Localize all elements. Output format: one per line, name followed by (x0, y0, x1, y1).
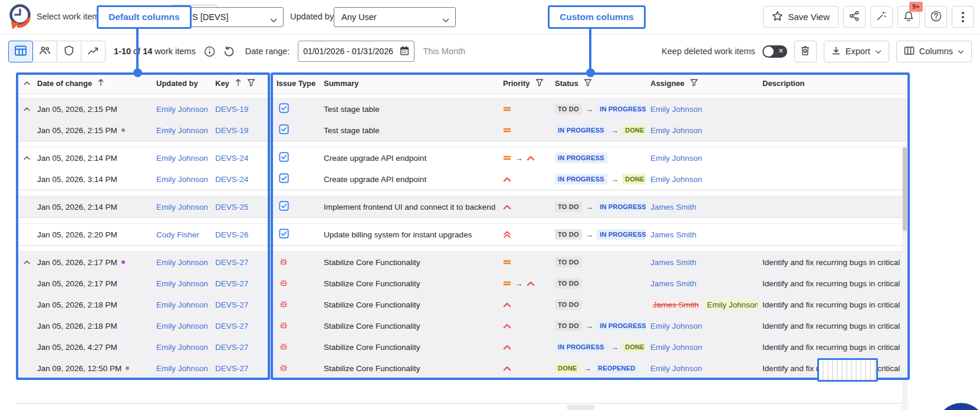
table-view-button[interactable] (8, 41, 33, 62)
columns-icon (904, 46, 915, 57)
collapse-group-icon[interactable] (22, 105, 31, 114)
work-item-key-link[interactable]: DEVS-27 (215, 258, 248, 267)
columns-button[interactable]: Columns (896, 41, 972, 62)
column-header-status: Status (555, 79, 578, 88)
work-item-key-link[interactable]: DEVS-24 (215, 154, 248, 163)
work-item-key-link[interactable]: DEVS-25 (215, 203, 248, 211)
filter-funnel-icon[interactable] (535, 78, 544, 88)
keep-deleted-toggle[interactable]: ✕ (762, 45, 787, 58)
table-row[interactable]: Jan 05, 2026, 2:17 PMEmily JohnsonDEVS-2… (16, 252, 910, 273)
work-item-key-link[interactable]: DEVS-27 (215, 300, 248, 309)
status-badge: TO DO (555, 257, 582, 267)
sort-ascending-icon[interactable] (97, 78, 104, 88)
collapse-group-icon[interactable] (22, 258, 31, 267)
work-item-key-link[interactable]: DEVS-19 (215, 105, 248, 114)
assignee-link[interactable]: Emily Johnson (650, 343, 702, 352)
work-item-key-link[interactable]: DEVS-26 (215, 230, 248, 239)
export-button[interactable]: Export (824, 41, 889, 62)
status-badge: DONE (622, 125, 646, 135)
assignee-link[interactable]: Emily Johnson (650, 322, 702, 330)
collapse-all-icon[interactable] (22, 79, 31, 88)
updated-by-link[interactable]: Emily Johnson (156, 279, 208, 288)
trash-button[interactable] (794, 41, 817, 62)
trend-view-button[interactable] (81, 41, 106, 62)
save-view-button[interactable]: Save View (763, 6, 838, 28)
assignee-link[interactable]: James Smith (650, 300, 701, 310)
more-menu-button[interactable] (952, 6, 974, 28)
status-badge: TO DO (555, 201, 582, 212)
filter-funnel-icon[interactable] (584, 78, 592, 88)
assignee-link[interactable]: James Smith (650, 258, 696, 267)
shield-view-button[interactable] (57, 41, 81, 62)
history-reset-icon[interactable] (223, 46, 235, 57)
assignee-link[interactable]: Emily Johnson (650, 175, 702, 184)
people-view-button[interactable] (32, 41, 57, 62)
trend-view-icon (87, 46, 99, 57)
updated-by-link[interactable]: Emily Johnson (156, 364, 208, 373)
updated-by-link[interactable]: Emily Johnson (156, 105, 208, 114)
status-badge: REOPENED (595, 363, 638, 373)
table-row[interactable]: Jan 05, 2026, 2:20 PMCody FisherDEVS-26U… (16, 224, 910, 245)
updated-by-link[interactable]: Emily Johnson (156, 126, 208, 135)
date-of-change: Jan 05, 2026, 2:15 PM (37, 105, 156, 114)
status-badge: IN PROGRESS (555, 174, 607, 184)
star-icon (772, 11, 783, 24)
people-view-icon (39, 46, 51, 57)
table-row[interactable]: Jan 05, 2026, 2:15 PMEmily JohnsonDEVS-1… (16, 120, 910, 141)
assignee-link[interactable]: Emily Johnson (705, 300, 758, 310)
collapse-group-icon[interactable] (22, 154, 31, 163)
work-item-key-link[interactable]: DEVS-24 (215, 175, 248, 184)
updated-by-link[interactable]: Emily Johnson (156, 300, 208, 309)
table-row[interactable]: Jan 05, 2026, 3:14 PMEmily JohnsonDEVS-2… (16, 168, 910, 190)
help-button[interactable] (925, 6, 947, 28)
table-row[interactable]: Jan 05, 2026, 4:27 PMEmily JohnsonDEVS-2… (16, 336, 910, 358)
calendar-icon[interactable] (399, 45, 410, 58)
updated-by-link[interactable]: Emily Johnson (156, 175, 208, 184)
priority-medium-icon (503, 127, 511, 134)
keep-deleted-label: Keep deleted work items (662, 47, 755, 56)
work-item-summary: Stabilize Core Functionality (321, 258, 498, 267)
table-row[interactable]: Jan 05, 2026, 2:15 PMEmily JohnsonDEVS-1… (16, 98, 910, 120)
priority-high-icon (503, 365, 511, 372)
info-icon[interactable] (204, 46, 215, 57)
assignee-link[interactable]: Emily Johnson (650, 105, 702, 114)
assignee-link[interactable]: James Smith (650, 230, 696, 239)
updated-by-dropdown[interactable]: Any User (334, 7, 456, 27)
work-item-key-link[interactable]: DEVS-27 (215, 343, 248, 352)
date-of-change: Jan 05, 2026, 2:18 PM (37, 322, 156, 330)
filter-funnel-icon[interactable] (247, 78, 255, 88)
updated-by-link[interactable]: Emily Johnson (156, 203, 208, 211)
assignee-link[interactable]: James Smith (650, 203, 696, 211)
task-icon (279, 201, 289, 213)
table-row[interactable]: Jan 05, 2026, 2:18 PMEmily JohnsonDEVS-2… (16, 315, 910, 336)
assignee-link[interactable]: James Smith (650, 279, 696, 288)
table-row[interactable]: Jan 05, 2026, 2:14 PMEmily JohnsonDEVS-2… (16, 196, 910, 217)
work-item-key-link[interactable]: DEVS-27 (215, 322, 248, 330)
updated-by-link[interactable]: Emily Johnson (156, 322, 208, 330)
change-indicator-dot (121, 260, 125, 264)
table-row[interactable]: Jan 09, 2026, 12:50 PMEmily JohnsonDEVS-… (16, 358, 910, 379)
updated-by-link[interactable]: Emily Johnson (156, 343, 208, 352)
updated-by-link[interactable]: Emily Johnson (156, 258, 208, 267)
change-arrow: → (586, 203, 594, 211)
share-button[interactable] (843, 6, 866, 28)
table-row[interactable]: Jan 05, 2026, 2:18 PMEmily JohnsonDEVS-2… (16, 294, 910, 315)
change-arrow: → (611, 343, 619, 352)
work-item-key-link[interactable]: DEVS-27 (215, 279, 248, 288)
assignee-link[interactable]: Emily Johnson (650, 364, 702, 373)
callout-connector-dot (586, 68, 595, 77)
table-row[interactable]: Jan 05, 2026, 2:14 PMEmily JohnsonDEVS-2… (16, 147, 910, 168)
work-item-key-link[interactable]: DEVS-19 (215, 126, 248, 135)
notifications-button[interactable]: 9+ (897, 6, 920, 28)
assignee-link[interactable]: Emily Johnson (650, 126, 702, 135)
date-range-input[interactable]: 01/01/2026 - 01/31/2026 (298, 41, 415, 62)
assignee-link[interactable]: Emily Johnson (650, 154, 702, 163)
updated-by-link[interactable]: Emily Johnson (156, 154, 208, 163)
magic-wand-button[interactable] (870, 6, 893, 28)
scrollbar-thumb[interactable] (903, 147, 907, 231)
updated-by-link[interactable]: Cody Fisher (156, 230, 199, 239)
work-item-key-link[interactable]: DEVS-27 (215, 364, 248, 373)
sort-ascending-icon[interactable] (235, 78, 242, 88)
filter-funnel-icon[interactable] (690, 78, 698, 88)
table-row[interactable]: Jan 05, 2026, 2:17 PMEmily JohnsonDEVS-2… (16, 273, 910, 294)
